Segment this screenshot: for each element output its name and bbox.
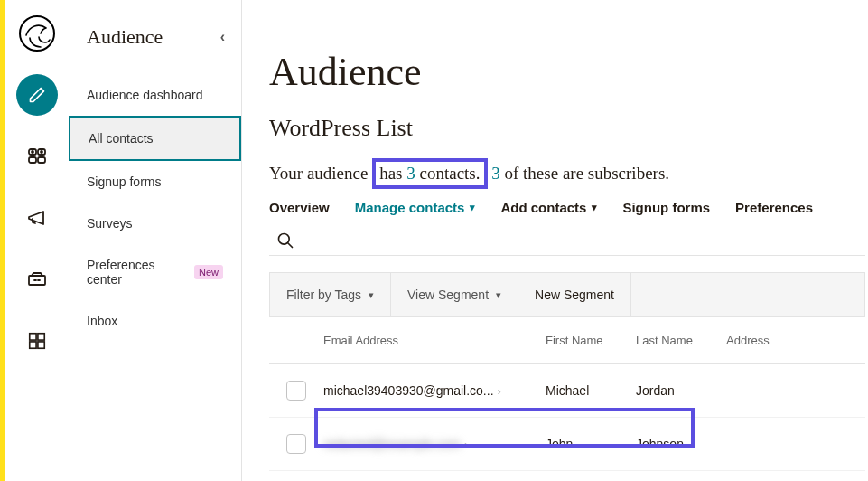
cell-email[interactable]: redacted@example.com (323, 437, 461, 451)
cell-first: Michael (546, 383, 636, 398)
svg-rect-7 (38, 157, 45, 163)
cell-last: Johnson (636, 437, 726, 451)
chevron-left-icon: ‹ (220, 29, 225, 45)
svg-rect-12 (38, 342, 44, 348)
svg-rect-8 (29, 276, 45, 285)
chevron-right-icon: › (464, 438, 468, 451)
contacts-table: Email Address First Name Last Name Addre… (269, 317, 865, 471)
main-content: Audience WordPress List Your audience ha… (242, 0, 868, 481)
nav-item-surveys[interactable]: Surveys (69, 203, 241, 244)
svg-rect-10 (38, 334, 44, 340)
svg-rect-11 (30, 342, 36, 348)
svg-point-0 (20, 16, 54, 51)
side-nav-title: Audience (87, 25, 163, 49)
toolbar-spacer (631, 272, 865, 317)
side-nav: Audience ‹ Audience dashboard All contac… (69, 0, 242, 481)
cell-first: John (546, 437, 636, 451)
tab-overview[interactable]: Overview (269, 200, 330, 215)
chevron-down-icon: ▾ (592, 202, 597, 213)
table-row[interactable]: michael39403930@gmail.co...› Michael Jor… (269, 364, 865, 418)
content-icon[interactable] (16, 320, 58, 362)
nav-item-all-contacts[interactable]: All contacts (69, 116, 241, 161)
filter-by-tags-button[interactable]: Filter by Tags▾ (269, 272, 391, 317)
automations-icon[interactable] (16, 259, 58, 300)
search-icon[interactable] (276, 231, 294, 250)
tab-add-contacts[interactable]: Add contacts▾ (500, 200, 597, 215)
tab-signup-forms[interactable]: Signup forms (622, 200, 710, 215)
cell-email[interactable]: michael39403930@gmail.co... (323, 383, 494, 398)
chevron-down-icon: ▾ (470, 202, 475, 213)
svg-rect-6 (29, 157, 36, 163)
search-row (269, 230, 865, 256)
chevron-down-icon: ▾ (496, 289, 501, 301)
highlight-contacts: has 3 contacts. (372, 158, 487, 189)
nav-item-audience-dashboard[interactable]: Audience dashboard (69, 74, 241, 116)
new-badge: New (194, 265, 223, 279)
tab-preferences[interactable]: Preferences (735, 200, 813, 215)
svg-point-1 (42, 29, 43, 31)
nav-item-preferences-center[interactable]: Preferences center New (69, 244, 241, 300)
col-header-first[interactable]: First Name (546, 334, 636, 347)
tab-manage-contacts[interactable]: Manage contacts▾ (355, 200, 476, 215)
page-title: Audience (269, 49, 868, 95)
audience-summary: Your audience has 3 contacts. 3 of these… (269, 162, 868, 185)
create-icon[interactable] (16, 74, 58, 116)
logo-icon[interactable] (16, 13, 58, 54)
svg-rect-9 (30, 334, 36, 340)
col-header-email[interactable]: Email Address (323, 334, 546, 347)
table-header: Email Address First Name Last Name Addre… (269, 317, 865, 364)
chevron-down-icon: ▾ (369, 289, 374, 301)
list-name: WordPress List (269, 115, 868, 142)
row-checkbox[interactable] (286, 381, 306, 401)
cell-last: Jordan (636, 383, 726, 398)
side-nav-header[interactable]: Audience ‹ (69, 0, 241, 74)
chevron-right-icon: › (498, 384, 501, 398)
table-row[interactable]: redacted@example.com› John Johnson (269, 418, 865, 471)
nav-item-inbox[interactable]: Inbox (69, 300, 241, 342)
toolbar: Filter by Tags▾ View Segment▾ New Segmen… (269, 272, 865, 317)
campaigns-icon[interactable] (16, 197, 58, 239)
audience-icon[interactable] (16, 136, 58, 177)
col-header-last[interactable]: Last Name (636, 334, 726, 347)
row-checkbox[interactable] (286, 434, 306, 454)
col-header-addr[interactable]: Address (726, 334, 835, 347)
new-segment-button[interactable]: New Segment (518, 272, 631, 317)
nav-item-signup-forms[interactable]: Signup forms (69, 161, 241, 203)
sub-tabs: Overview Manage contacts▾ Add contacts▾ … (269, 200, 868, 215)
view-segment-button[interactable]: View Segment▾ (391, 272, 518, 317)
icon-rail (5, 0, 69, 481)
svg-point-5 (41, 151, 42, 153)
svg-point-3 (32, 151, 33, 153)
